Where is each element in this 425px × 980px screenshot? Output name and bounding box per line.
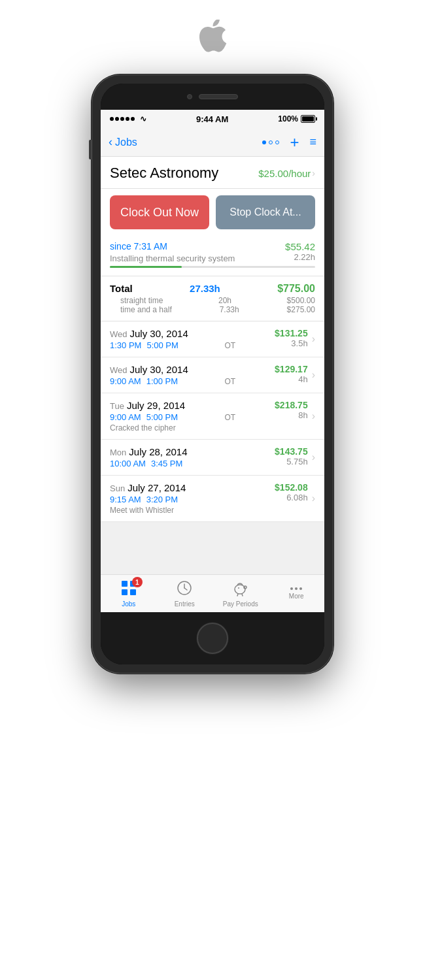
tab-icon-wrap-jobs: 1	[120, 580, 137, 599]
tab-entries[interactable]: Entries	[157, 580, 213, 608]
entry-amount-1: $131.25	[275, 328, 308, 338]
totals-sub-row-2: time and a half 7.33h $275.00	[110, 305, 315, 314]
wifi-icon: ∿	[140, 114, 146, 123]
tab-icon-wrap-entries	[176, 580, 193, 599]
tab-label-entries: Entries	[175, 600, 195, 608]
entry-date-line-1: Wed July 30, 2014	[110, 328, 275, 339]
entry-ot-2: OT	[224, 377, 235, 386]
entry-content-2: Wed July 30, 2014 9:00 AM 1:00 PM OT	[110, 364, 275, 386]
svg-line-10	[237, 594, 238, 596]
home-button[interactable]	[197, 623, 228, 654]
entry-hours-2: 4h	[298, 374, 307, 384]
job-rate-value: $25.00/hour	[258, 168, 311, 179]
totals-amount: $775.00	[277, 283, 315, 295]
entry-row[interactable]: Mon July 28, 2014 10:00 AM 3:45 PM $143.…	[101, 440, 324, 476]
entry-row[interactable]: Wed July 30, 2014 9:00 AM 1:00 PM OT $12…	[101, 357, 324, 393]
entry-day-4: Mon	[110, 448, 126, 457]
status-bar: ∿ 9:44 AM 100%	[101, 110, 324, 128]
session-since: since 7:31 AM	[110, 241, 167, 252]
entry-date-5: July 27, 2014	[128, 482, 186, 493]
phone-screen: ∿ 9:44 AM 100% ‹ Jobs	[101, 110, 324, 612]
signal-dots	[110, 117, 135, 121]
entry-day-1: Wed	[110, 329, 128, 339]
entry-end-4: 3:45 PM	[151, 459, 182, 468]
more-dot-1	[290, 587, 293, 590]
session-info-row: since 7:31 AM $55.42	[110, 241, 315, 252]
entry-note-3: Cracked the cipher	[110, 423, 275, 433]
entry-row[interactable]: Tue July 29, 2014 9:00 AM 5:00 PM OT Cra…	[101, 393, 324, 440]
entry-right-3: $218.75 8h	[275, 400, 308, 420]
totals-sub-amount-2: $275.00	[287, 305, 315, 314]
svg-point-7	[235, 585, 245, 594]
svg-line-6	[184, 588, 187, 590]
entry-times-2: 9:00 AM 1:00 PM OT	[110, 376, 275, 386]
entry-hours-5: 6.08h	[286, 493, 308, 502]
tab-bar: 1 Jobs Entries	[101, 574, 324, 612]
more-dot-2	[295, 587, 298, 590]
entries-clock-icon	[176, 580, 193, 596]
session-progress	[110, 266, 315, 268]
clock-out-button[interactable]: Clock Out Now	[110, 195, 209, 229]
more-dot-3	[299, 587, 302, 590]
entry-amount-4: $143.75	[275, 446, 308, 457]
menu-button[interactable]: ≡	[309, 135, 316, 149]
entry-end-3: 5:00 PM	[146, 412, 178, 422]
phone-camera	[187, 94, 192, 99]
signal-dot-4	[126, 117, 129, 121]
tab-label-pay-periods: Pay Periods	[223, 600, 258, 608]
status-time: 9:44 AM	[196, 114, 228, 124]
tab-label-jobs: Jobs	[122, 600, 135, 608]
entry-amount-5: $152.08	[275, 482, 308, 493]
phone-bottom-bar	[101, 612, 324, 664]
add-button[interactable]: +	[290, 135, 299, 150]
entry-right-5: $152.08 6.08h	[275, 482, 308, 502]
signal-dot-2	[115, 117, 119, 121]
phone-top-bar	[101, 84, 324, 110]
nav-dot-3	[275, 140, 279, 144]
job-name: Setec Astronomy	[110, 165, 218, 182]
back-label: Jobs	[115, 137, 137, 148]
entry-content-5: Sun July 27, 2014 9:15 AM 3:20 PM Meet w…	[110, 482, 275, 515]
entry-chevron-1: ›	[312, 333, 315, 345]
entry-chevron-4: ›	[312, 451, 315, 463]
nav-dot-2	[269, 140, 273, 144]
entry-date-2: July 30, 2014	[130, 364, 188, 375]
entry-chevron-3: ›	[312, 410, 315, 422]
tab-more[interactable]: More	[269, 587, 325, 600]
svg-rect-0	[122, 581, 128, 587]
entry-start-5: 9:15 AM	[110, 495, 141, 504]
totals-section: Total 27.33h $775.00 straight time 20h $…	[101, 276, 324, 321]
nav-page-dots[interactable]	[262, 140, 279, 144]
entry-hours-1: 3.5h	[291, 338, 307, 348]
tab-jobs[interactable]: 1 Jobs	[101, 580, 157, 608]
more-dots-icon	[290, 587, 302, 590]
entry-day-5: Sun	[110, 483, 125, 493]
stop-clock-button[interactable]: Stop Clock At...	[216, 195, 315, 229]
entry-start-4: 10:00 AM	[110, 459, 146, 468]
entry-chevron-5: ›	[312, 493, 315, 504]
tab-pay-periods[interactable]: Pay Periods	[212, 580, 269, 608]
session-progress-fill	[110, 266, 182, 268]
back-button[interactable]: ‹ Jobs	[109, 135, 137, 149]
entry-note-5: Meet with Whistler	[110, 506, 275, 515]
entry-end-1: 5:00 PM	[146, 340, 178, 350]
entry-row[interactable]: Sun July 27, 2014 9:15 AM 3:20 PM Meet w…	[101, 476, 324, 522]
entry-chevron-2: ›	[312, 369, 315, 381]
entry-date-line-4: Mon July 28, 2014	[110, 446, 275, 457]
signal-dot-5	[131, 117, 135, 121]
job-rate[interactable]: $25.00/hour ›	[258, 168, 315, 179]
battery-icon	[301, 115, 315, 123]
phone-inner: ∿ 9:44 AM 100% ‹ Jobs	[101, 84, 324, 664]
signal-dot-1	[110, 117, 114, 121]
entry-end-2: 1:00 PM	[146, 376, 178, 386]
back-chevron-icon: ‹	[109, 135, 112, 149]
entry-ot-1: OT	[224, 341, 235, 350]
job-rate-chevron-icon: ›	[312, 168, 315, 178]
svg-rect-3	[130, 589, 136, 595]
tab-icon-wrap-pay	[232, 580, 249, 599]
entry-times-5: 9:15 AM 3:20 PM	[110, 495, 275, 504]
svg-point-9	[238, 587, 239, 589]
entry-ot-3: OT	[224, 413, 235, 422]
battery-fill	[302, 116, 314, 122]
entry-row[interactable]: Wed July 30, 2014 1:30 PM 5:00 PM OT $13…	[101, 321, 324, 357]
